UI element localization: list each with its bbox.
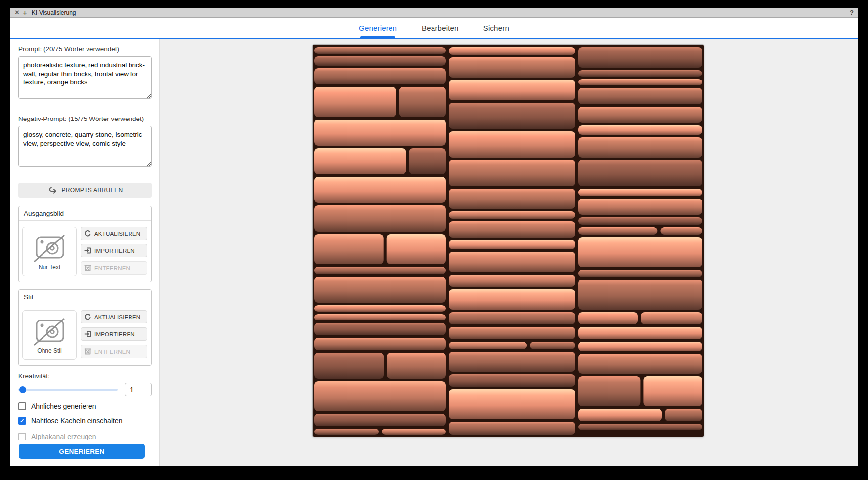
refresh-icon (84, 313, 91, 320)
spacer (18, 101, 151, 115)
tab-generieren-label: Generieren (359, 24, 397, 32)
tab-sichern[interactable]: Sichern (483, 18, 509, 38)
checkbox-similar-generate-label: Ähnliches generieren (31, 402, 96, 410)
source-image-body: Nur Text AKTUALISIEREN (19, 221, 151, 282)
no-style-icon (32, 317, 67, 347)
check-mark-icon: ✓ (20, 418, 25, 424)
refresh-icon (84, 230, 91, 237)
negative-prompt-label: Negativ-Prompt: (15/75 Wörter verwendet) (18, 115, 151, 123)
checkbox-icon[interactable]: ✓ (18, 433, 26, 440)
style-body: Ohne Stil AKTUALISIEREN (19, 304, 151, 365)
sidebar-footer: GENERIEREN (10, 440, 159, 466)
add-tab-icon[interactable]: + (23, 8, 27, 18)
style-buttons: AKTUALISIEREN IMPORTIEREN (81, 310, 147, 360)
generate-button[interactable]: GENERIEREN (19, 444, 145, 459)
prompt-label: Prompt: (20/75 Wörter verwendet) (18, 45, 151, 53)
source-import-button[interactable]: IMPORTIEREN (81, 244, 147, 257)
checkbox-alpha-channel[interactable]: ✓ Alphakanal erzeugen (18, 432, 151, 440)
source-image-placeholder[interactable]: Nur Text (22, 227, 77, 276)
fetch-prompts-button[interactable]: PROMPTS ABRUFEN (18, 183, 152, 198)
generated-image[interactable] (313, 45, 704, 437)
negative-prompt-input[interactable]: glossy, concrete, quarry stone, isometri… (18, 126, 152, 167)
return-arrow-icon (47, 187, 57, 194)
style-import-label: IMPORTIEREN (94, 331, 135, 337)
creativity-value-input[interactable] (125, 383, 152, 396)
checkbox-icon[interactable]: ✓ (18, 417, 26, 425)
creativity-slider[interactable] (18, 389, 118, 391)
creativity-slider-row (18, 383, 152, 396)
source-image-section: Ausgangsbild Nur Text (18, 206, 152, 282)
import-icon (84, 330, 91, 338)
source-image-buttons: AKTUALISIEREN IMPORTIEREN (81, 227, 147, 276)
import-icon (84, 247, 91, 254)
fetch-prompts-label: PROMPTS ABRUFEN (62, 187, 123, 194)
source-image-caption: Nur Text (39, 264, 60, 271)
style-update-label: AKTUALISIEREN (94, 314, 140, 320)
generated-texture-svg (313, 45, 704, 437)
tab-sichern-label: Sichern (483, 24, 509, 32)
checkbox-alpha-channel-label: Alphakanal erzeugen (31, 433, 96, 440)
style-remove-label: ENTFERNEN (94, 349, 130, 355)
style-section: Stil Ohne Stil (18, 289, 152, 366)
tab-generieren[interactable]: Generieren (359, 18, 397, 38)
checkbox-icon[interactable]: ✓ (18, 402, 26, 410)
checkbox-seamless-tiles[interactable]: ✓ Nahtlose Kacheln einschalten (18, 416, 151, 425)
help-icon[interactable]: ? (850, 9, 854, 16)
creativity-slider-thumb[interactable] (19, 386, 26, 393)
style-update-button[interactable]: AKTUALISIEREN (81, 310, 147, 323)
title-bar: ✕ + KI-Visualisierung ? (10, 8, 858, 18)
source-remove-label: ENTFERNEN (94, 265, 130, 271)
style-remove-button: ENTFERNEN (81, 345, 147, 358)
style-placeholder[interactable]: Ohne Stil (22, 310, 77, 360)
style-import-button[interactable]: IMPORTIEREN (81, 327, 147, 341)
remove-icon (84, 264, 91, 272)
checkbox-seamless-tiles-label: Nahtlose Kacheln einschalten (31, 417, 122, 425)
content-area: Prompt: (20/75 Wörter verwendet) photore… (10, 39, 858, 466)
source-update-button[interactable]: AKTUALISIEREN (81, 227, 147, 240)
style-caption: Ohne Stil (37, 347, 61, 354)
remove-icon (84, 348, 91, 355)
source-update-label: AKTUALISIEREN (94, 231, 140, 237)
tab-bearbeiten-label: Bearbeiten (422, 24, 459, 32)
preview-area (160, 39, 858, 466)
style-title: Stil (19, 290, 151, 304)
app-window: ✕ + KI-Visualisierung ? Generieren Bearb… (10, 8, 858, 466)
sidebar: Prompt: (20/75 Wörter verwendet) photore… (10, 39, 160, 466)
source-image-title: Ausgangsbild (19, 206, 151, 221)
no-image-icon (32, 233, 67, 264)
tab-bar: Generieren Bearbeiten Sichern (10, 18, 858, 39)
source-import-label: IMPORTIEREN (94, 248, 135, 254)
sidebar-scroll-area[interactable]: Prompt: (20/75 Wörter verwendet) photore… (10, 39, 159, 440)
window-title: KI-Visualisierung (32, 9, 76, 16)
close-icon[interactable]: ✕ (14, 8, 20, 18)
checkbox-similar-generate[interactable]: ✓ Ähnliches generieren (18, 402, 151, 411)
prompt-input[interactable]: photorealistic texture, red industrial b… (18, 56, 152, 99)
tab-bearbeiten[interactable]: Bearbeiten (422, 18, 459, 38)
creativity-label: Kreativität: (18, 372, 151, 380)
source-remove-button: ENTFERNEN (81, 261, 147, 275)
